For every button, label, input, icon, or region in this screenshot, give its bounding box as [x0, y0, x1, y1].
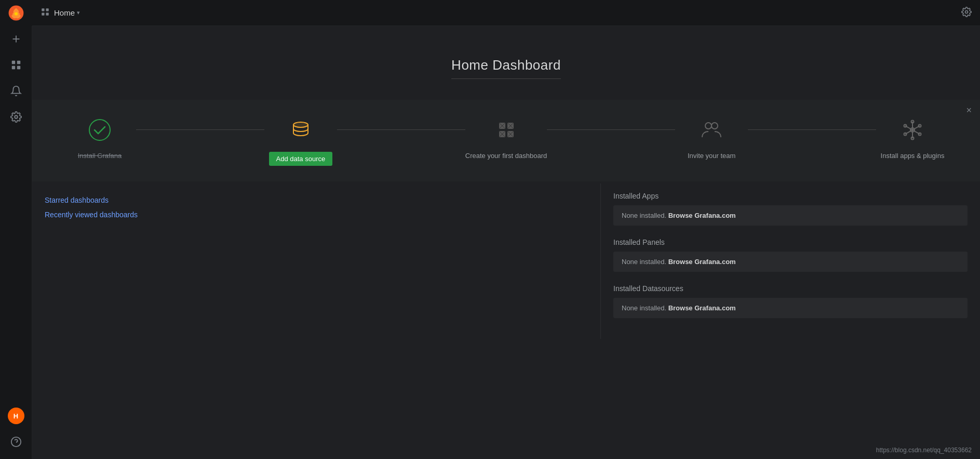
step-dashboard-icon — [492, 115, 521, 145]
panels-row: Starred dashboards Recently viewed dashb… — [32, 183, 980, 339]
step-plugins-icon — [898, 115, 927, 145]
installed-apps-box: None installed. Browse Grafana.com — [613, 205, 968, 226]
main-content: Home ▾ Home Dashboard × — [32, 0, 980, 459]
starred-dashboards-link[interactable]: Starred dashboards — [45, 196, 588, 204]
getting-started-panel: × Install Grafana — [32, 100, 980, 181]
svg-rect-7 — [17, 66, 20, 69]
sidebar-item-help[interactable] — [0, 429, 32, 455]
svg-point-8 — [15, 115, 18, 119]
title-section: Home Dashboard — [32, 26, 980, 100]
installed-panels-title: Installed Panels — [613, 238, 968, 246]
step-datasource-icon — [286, 115, 315, 145]
svg-rect-4 — [11, 61, 15, 64]
step-install: Install Grafana — [63, 115, 136, 160]
topbar-nav: Home ▾ — [41, 7, 80, 18]
svg-rect-6 — [11, 66, 15, 69]
step-dashboard-label: Create your first dashboard — [465, 152, 547, 160]
sidebar-item-configuration[interactable] — [0, 104, 32, 130]
grafana-logo-container[interactable] — [0, 0, 32, 26]
installed-apps-browse-link[interactable]: Browse Grafana.com — [668, 212, 736, 219]
step-dashboard: Create your first dashboard — [465, 115, 547, 160]
grid-icon — [10, 59, 22, 71]
sidebar-item-alerting[interactable] — [0, 78, 32, 104]
installed-apps-message: None installed. — [622, 212, 668, 219]
step-plugins: Install apps & plugins — [876, 115, 949, 160]
grafana-logo-icon — [8, 5, 24, 21]
sidebar-bottom: H — [0, 403, 32, 459]
recent-dashboards-link[interactable]: Recently viewed dashboards — [45, 211, 588, 219]
installed-datasources-message: None installed. — [622, 304, 668, 312]
step-install-icon — [85, 115, 114, 145]
steps-row: Install Grafana Add data source — [32, 115, 980, 166]
step-divider-2 — [337, 129, 465, 130]
svg-rect-11 — [42, 8, 44, 11]
svg-point-16 — [89, 120, 110, 140]
topbar-right — [961, 7, 972, 19]
question-icon — [10, 436, 22, 448]
topbar-title-text: Home — [54, 8, 75, 17]
sidebar-item-user[interactable]: H — [0, 403, 32, 429]
plus-icon — [10, 33, 22, 45]
installed-datasources-browse-link[interactable]: Browse Grafana.com — [668, 304, 736, 312]
sidebar: H — [0, 0, 32, 459]
topbar-home-menu[interactable]: Home ▾ — [54, 8, 80, 17]
step-team-label: Invite your team — [688, 152, 736, 160]
page-content: Home Dashboard × Install Grafana — [32, 26, 980, 459]
close-button[interactable]: × — [966, 105, 972, 116]
step-divider-3 — [547, 129, 675, 130]
step-divider-1 — [136, 129, 264, 130]
svg-rect-12 — [46, 8, 49, 11]
step-team-icon — [697, 115, 726, 145]
svg-rect-5 — [17, 61, 20, 64]
installed-panels-box: None installed. Browse Grafana.com — [613, 252, 968, 272]
installed-apps-section: Installed Apps None installed. Browse Gr… — [613, 192, 968, 226]
installed-panels-section: Installed Panels None installed. Browse … — [613, 238, 968, 272]
page-title: Home Dashboard — [451, 57, 561, 79]
svg-rect-13 — [42, 13, 44, 16]
installed-datasources-box: None installed. Browse Grafana.com — [613, 298, 968, 318]
installed-panels-message: None installed. — [622, 258, 668, 266]
installed-panels-browse-link[interactable]: Browse Grafana.com — [668, 258, 736, 266]
left-panel: Starred dashboards Recently viewed dashb… — [32, 183, 601, 339]
topbar: Home ▾ — [32, 0, 980, 26]
step-divider-4 — [748, 129, 876, 130]
step-plugins-label: Install apps & plugins — [881, 152, 945, 160]
step-datasource: Add data source — [264, 115, 337, 166]
sidebar-item-dashboards[interactable] — [0, 52, 32, 78]
svg-rect-14 — [46, 13, 49, 16]
sidebar-item-add[interactable] — [0, 26, 32, 52]
topbar-grid-icon — [41, 7, 50, 18]
bell-icon — [10, 85, 22, 97]
installed-datasources-title: Installed Datasources — [613, 284, 968, 293]
svg-point-31 — [705, 123, 711, 129]
topbar-settings-button[interactable] — [961, 7, 972, 19]
gear-nav-icon — [10, 111, 22, 123]
installed-datasources-section: Installed Datasources None installed. Br… — [613, 284, 968, 318]
topbar-chevron-icon: ▾ — [77, 9, 80, 16]
svg-point-15 — [965, 11, 968, 14]
step-install-label: Install Grafana — [78, 152, 122, 160]
footer-url: https://blog.csdn.net/qq_40353662 — [876, 447, 972, 454]
add-datasource-button[interactable]: Add data source — [269, 152, 333, 166]
installed-apps-title: Installed Apps — [613, 192, 968, 200]
right-panel: Installed Apps None installed. Browse Gr… — [601, 183, 980, 339]
user-avatar: H — [8, 408, 24, 424]
step-team: Invite your team — [675, 115, 748, 160]
svg-point-1 — [14, 12, 17, 15]
svg-point-18 — [293, 122, 308, 127]
sidebar-nav — [0, 26, 32, 403]
svg-point-32 — [711, 123, 718, 129]
